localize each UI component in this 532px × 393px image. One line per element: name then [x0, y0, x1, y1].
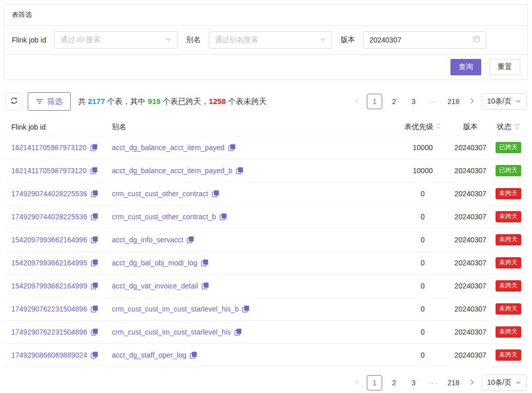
copy-icon[interactable]: [90, 144, 97, 151]
flink-job-id-link[interactable]: 1542097993662164995: [11, 259, 87, 267]
alias-link[interactable]: acct_dg_info_servacct: [112, 236, 183, 244]
filter-button-label: 筛选: [47, 97, 63, 107]
chevron-left-icon: [354, 98, 360, 106]
page-button-1[interactable]: 1: [367, 94, 382, 109]
copy-icon[interactable]: [212, 190, 219, 197]
flink-job-id-field: Flink job id 通过 ID 搜索: [12, 31, 178, 49]
status-badge: 未跨天: [496, 349, 521, 361]
alias-link[interactable]: acct_dg_bal_obj_modi_log: [112, 259, 198, 267]
alias-link[interactable]: acct_dg_vat_invoice_detail: [112, 282, 198, 290]
alias-link[interactable]: acct_dg_balance_acct_item_payed_b: [112, 167, 232, 175]
page-button-218[interactable]: 218: [445, 94, 462, 109]
table-row: 1621411705987973120 acct_dg_balance_acct…: [5, 136, 527, 159]
next-page-button[interactable]: [466, 375, 478, 390]
copy-icon[interactable]: [91, 213, 98, 220]
status-cell: 已跨天: [490, 165, 527, 176]
flink-job-id-label: Flink job id: [12, 36, 46, 44]
pagination-bottom: 123···218 10条/页: [351, 375, 527, 391]
table: Flink job id 别名 表优先级 版本 状态: [5, 118, 527, 367]
alias-link[interactable]: crm_cust_cust_im_cust_starlevel_his: [112, 328, 231, 336]
refresh-button[interactable]: [5, 93, 23, 110]
copy-icon[interactable]: [91, 259, 98, 266]
flink-job-id-link[interactable]: 1749290744028225536: [11, 213, 87, 221]
flink-job-id-link[interactable]: 1542097993662164996: [11, 236, 87, 244]
status-badge: 未跨天: [496, 326, 521, 338]
copy-icon[interactable]: [220, 213, 227, 220]
copy-icon[interactable]: [236, 167, 243, 174]
flink-job-id-link[interactable]: 1749290762231504896: [11, 305, 87, 313]
copy-icon[interactable]: [91, 236, 98, 243]
flink-job-id-select[interactable]: 通过 ID 搜索: [54, 31, 178, 49]
copy-icon[interactable]: [242, 305, 249, 313]
version-cell: 20240307: [451, 143, 490, 152]
copy-icon[interactable]: [91, 190, 98, 197]
table-row: 1542097993662164996 acct_dg_info_servacc…: [5, 229, 527, 252]
copy-icon[interactable]: [234, 328, 242, 336]
status-cell: 未跨天: [490, 303, 527, 315]
copy-icon[interactable]: [187, 236, 194, 243]
alias-link[interactable]: acct_dg_staff_oper_log: [112, 351, 186, 359]
flink-job-id-link[interactable]: 1621411705987973120: [11, 167, 87, 175]
crossed-count: 919: [148, 97, 161, 106]
chevron-right-icon: [469, 379, 475, 387]
filter-button[interactable]: 筛选: [28, 92, 71, 111]
table-row: 1749290866069889024 acct_dg_staff_oper_l…: [5, 344, 527, 367]
alias-link[interactable]: crm_cust_cust_im_cust_starlevel_his_b: [112, 305, 239, 313]
header-status: 状态: [490, 122, 527, 132]
uncrossed-count: 1258: [209, 97, 226, 106]
alias-link[interactable]: crm_cust_cust_other_contract: [112, 190, 208, 198]
page-size-select[interactable]: 10条/页: [482, 93, 527, 110]
copy-icon[interactable]: [91, 305, 98, 313]
toolbar: 筛选 共 2177 个表，其中 919 个表已跨天，1258 个表未跨天 123…: [5, 92, 527, 111]
page-button-3[interactable]: 3: [406, 94, 421, 109]
version-date-input[interactable]: 20240307: [363, 31, 486, 49]
priority-cell: 0: [395, 259, 451, 267]
copy-icon[interactable]: [91, 328, 98, 336]
status-cell: 已跨天: [490, 142, 527, 153]
prev-page-button[interactable]: [351, 375, 363, 390]
table-row: 1621411705987973120 acct_dg_balance_acct…: [5, 159, 527, 182]
status-cell: 未跨天: [490, 326, 527, 338]
copy-icon[interactable]: [202, 282, 209, 289]
page-size-label: 10条/页: [487, 378, 511, 387]
copy-icon[interactable]: [91, 282, 98, 289]
alias-cell: crm_cust_cust_other_contract_b: [106, 213, 395, 221]
copy-icon[interactable]: [228, 144, 235, 151]
flink-job-id-link[interactable]: 1749290762231504896: [11, 328, 87, 336]
status-cell: 未跨天: [490, 211, 527, 222]
query-button[interactable]: 查询: [450, 59, 481, 75]
refresh-icon: [10, 97, 18, 106]
page-list: 123···218: [367, 375, 462, 390]
flink-job-id-link[interactable]: 1749290744028225536: [11, 190, 87, 198]
copy-icon[interactable]: [90, 167, 97, 174]
next-page-button[interactable]: [466, 94, 478, 109]
flink-job-id-link[interactable]: 1542097993662164999: [11, 282, 87, 290]
flink-job-id-link[interactable]: 1621411705987973120: [11, 143, 87, 152]
total-count: 2177: [88, 97, 105, 106]
status-cell: 未跨天: [490, 349, 527, 361]
alias-select[interactable]: 通过别名搜索: [209, 31, 332, 49]
page-button-2[interactable]: 2: [386, 375, 402, 390]
copy-icon[interactable]: [91, 351, 98, 359]
page-button-3[interactable]: 3: [406, 375, 421, 390]
prev-page-button[interactable]: [351, 94, 363, 109]
page-ellipsis[interactable]: ···: [425, 94, 441, 109]
page-button-2[interactable]: 2: [386, 94, 402, 109]
copy-icon[interactable]: [190, 351, 197, 359]
alias-link[interactable]: acct_dg_balance_acct_item_payed: [112, 143, 225, 152]
page-button-218[interactable]: 218: [445, 375, 462, 390]
page-size-select[interactable]: 10条/页: [482, 375, 527, 391]
header-priority[interactable]: 表优先级: [395, 122, 451, 132]
copy-icon[interactable]: [201, 259, 208, 266]
reset-button[interactable]: 重置: [489, 59, 520, 75]
table-row: 1749290762231504896 crm_cust_cust_im_cus…: [5, 321, 527, 344]
version-cell: 20240307: [451, 167, 490, 175]
sort-icon[interactable]: [436, 122, 441, 131]
flink-job-id-link[interactable]: 1749290866069889024: [11, 351, 87, 359]
alias-link[interactable]: crm_cust_cust_other_contract_b: [112, 213, 216, 221]
table-row: 1749290744028225536 crm_cust_cust_other_…: [5, 182, 527, 205]
page-button-1[interactable]: 1: [367, 375, 382, 390]
flink-job-id-cell: 1542097993662164995: [5, 259, 106, 267]
page-ellipsis[interactable]: ···: [425, 375, 441, 390]
funnel-filter-icon[interactable]: [514, 123, 520, 131]
